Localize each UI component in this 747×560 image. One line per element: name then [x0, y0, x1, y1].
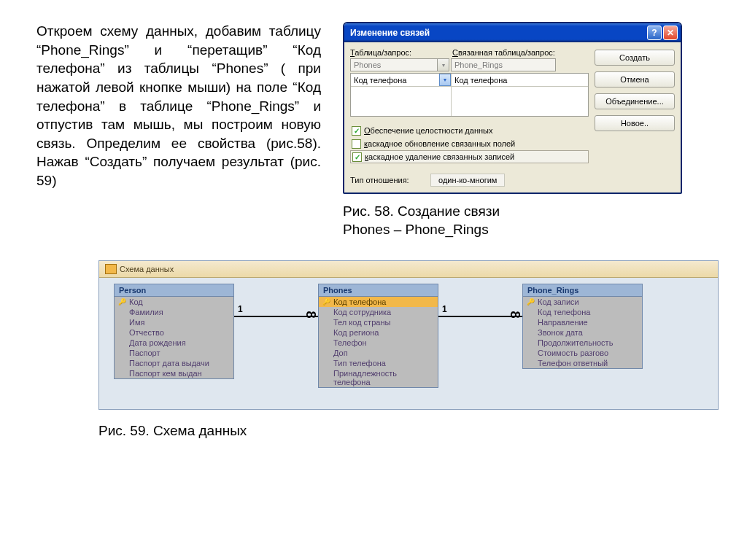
table-field[interactable]: Принадлежность телефона	[319, 368, 438, 387]
figure-58-caption: Рис. 58. Создание связи Phones – Phone_R…	[343, 203, 682, 238]
help-button[interactable]: ?	[647, 26, 662, 40]
checkbox-integrity[interactable]: ✓ Обеспечение целостности данных	[350, 124, 589, 137]
infinity-label: 8	[306, 307, 314, 322]
table-box-phones[interactable]: PhonesКод телефона🔑Код сотрудникаТел код…	[318, 284, 438, 388]
figure-59-caption: Рис. 59. Схема данных	[98, 423, 711, 439]
field-left-cell[interactable]: Код телефона ▾	[351, 74, 451, 87]
relation-type-label: Тип отношения:	[350, 176, 430, 184]
table-header: Person	[115, 284, 233, 297]
table-field[interactable]: Фамилия	[115, 307, 233, 317]
table-field[interactable]: Стоимость разгово	[523, 348, 642, 358]
table-field[interactable]: Продолжительность	[523, 338, 642, 348]
chevron-down-icon[interactable]: ▾	[437, 59, 449, 71]
relationships-schema-window: Схема данных PersonКод🔑ФамилияИмяОтчеств…	[98, 260, 719, 410]
checkbox-icon: ✓	[352, 126, 361, 136]
cancel-button[interactable]: Отмена	[595, 71, 675, 88]
join-button[interactable]: Объединение...	[595, 93, 675, 109]
table-header: Phones	[319, 284, 438, 297]
dialog-titlebar: Изменение связей ? ✕	[344, 23, 681, 42]
table-field[interactable]: Тип телефона	[319, 358, 438, 368]
table-box-person[interactable]: PersonКод🔑ФамилияИмяОтчествоДата рождени…	[114, 284, 234, 379]
table-field[interactable]: Код🔑	[115, 297, 233, 307]
table-field[interactable]: Телефон ответный	[523, 358, 642, 368]
infinity-label: 8	[511, 307, 518, 322]
relation-type-value: один-ко-многим	[430, 174, 505, 187]
table-field[interactable]: Паспорт кем выдан	[115, 368, 233, 378]
table-field[interactable]: Телефон	[319, 338, 438, 348]
table-header: Phone_Rings	[523, 284, 642, 297]
one-label: 1	[442, 304, 447, 314]
checkbox-cascade-delete[interactable]: ✓ каскадное удаление связанных записей	[350, 150, 589, 163]
chevron-down-icon[interactable]: ▾	[439, 74, 451, 86]
close-button[interactable]: ✕	[663, 26, 678, 40]
dialog-title: Изменение связей	[350, 28, 646, 38]
combo-table[interactable]: Phones▾	[350, 58, 449, 71]
create-button[interactable]: Создать	[595, 50, 675, 66]
table-box-phone_rings[interactable]: Phone_RingsКод записи🔑Код телефонаНаправ…	[522, 284, 643, 369]
table-field[interactable]: Дата рождения	[115, 338, 233, 348]
checkbox-icon	[352, 139, 361, 149]
table-field[interactable]: Паспорт	[115, 348, 233, 358]
edit-relationships-dialog: Изменение связей ? ✕ Таблица/запрос: Свя…	[343, 22, 682, 194]
checkbox-cascade-update[interactable]: каскадное обновление связанных полей	[350, 137, 589, 150]
table-field[interactable]: Имя	[115, 317, 233, 327]
label-related-table: Связанная таблица/запрос:	[452, 48, 555, 57]
one-label: 1	[238, 304, 243, 314]
table-field[interactable]: Звонок дата	[523, 327, 642, 338]
checkbox-icon: ✓	[352, 152, 362, 162]
key-icon: 🔑	[322, 298, 330, 306]
table-field[interactable]: Код сотрудника	[319, 307, 438, 317]
field-right-cell[interactable]: Код телефона	[452, 74, 588, 87]
new-button[interactable]: Новое..	[595, 115, 675, 131]
schema-tab[interactable]: Схема данных	[99, 261, 718, 278]
field-mapping-grid[interactable]: Код телефона ▾ Код телефона	[350, 73, 589, 117]
table-field[interactable]: Отчество	[115, 327, 233, 338]
table-field[interactable]: Код телефона	[523, 307, 642, 317]
key-icon: 🔑	[118, 298, 126, 306]
relationships-icon	[105, 264, 117, 274]
table-field[interactable]: Паспорт дата выдачи	[115, 358, 233, 368]
table-field[interactable]: Направление	[523, 317, 642, 327]
instructions-paragraph: Откроем схему данных, добавим таблицу “P…	[36, 22, 321, 190]
table-field[interactable]: Код региона	[319, 327, 438, 338]
table-field[interactable]: Код телефона🔑	[319, 297, 438, 307]
combo-related-table[interactable]: Phone_Rings	[451, 58, 556, 71]
table-field[interactable]: Код записи🔑	[523, 297, 642, 307]
key-icon: 🔑	[527, 298, 535, 306]
table-field[interactable]: Доп	[319, 348, 438, 358]
table-field[interactable]: Тел код страны	[319, 317, 438, 327]
label-table-query: Таблица/запрос:	[350, 48, 452, 57]
